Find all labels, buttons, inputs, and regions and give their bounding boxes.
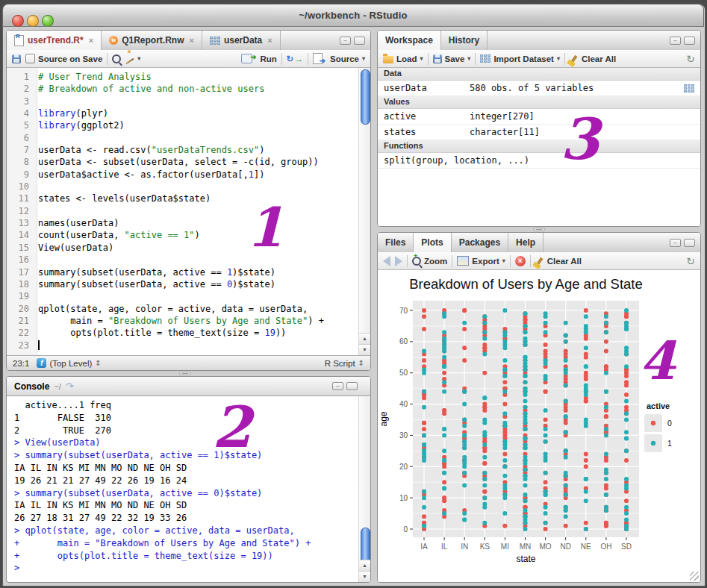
- code-line: 21 main = "Breakdown of Users by Age and…: [7, 315, 358, 327]
- image-icon: [457, 256, 469, 266]
- svg-text:1: 1: [667, 439, 672, 448]
- object-row-split[interactable]: split(group, location, ...): [378, 153, 700, 169]
- chevron-down-icon: ▾: [362, 55, 365, 62]
- find-replace-icon[interactable]: [112, 54, 121, 63]
- load-workspace-button[interactable]: Load ▾: [383, 54, 423, 63]
- export-plot-button[interactable]: Export ▾: [457, 256, 505, 266]
- code-line: 20qplot(state, age, color = active, data…: [7, 303, 358, 315]
- editor-scrollbar[interactable]: ▲ ▼: [358, 68, 370, 355]
- tab-plots[interactable]: Plots: [414, 233, 451, 252]
- chevron-down-icon: ▾: [137, 55, 140, 62]
- zoom-plot-button[interactable]: Zoom: [412, 257, 447, 266]
- view-data-grid-icon[interactable]: [684, 84, 694, 93]
- maximize-pane-icon[interactable]: [346, 382, 358, 390]
- window-titlebar[interactable]: ~/workbench - RStudio: [2, 4, 704, 27]
- tab-history[interactable]: History: [441, 31, 488, 50]
- save-workspace-button[interactable]: Save ▾: [433, 54, 471, 63]
- workspace-toolbar: Load ▾ Save ▾ Import Dataset ▾ Clear All…: [378, 50, 700, 68]
- maximize-pane-icon[interactable]: [684, 239, 695, 247]
- tab-userdata[interactable]: userData ×: [202, 31, 281, 50]
- close-tab-icon[interactable]: ×: [267, 36, 272, 45]
- source-editor-pane: userTrend.R* × w Q1Report.Rnw × userData…: [6, 30, 371, 371]
- svg-text:age: age: [379, 411, 389, 426]
- source-button[interactable]: Source ▾: [313, 53, 365, 64]
- tab-packages[interactable]: Packages: [452, 233, 508, 252]
- code-tools-button[interactable]: ▾: [125, 55, 140, 62]
- tab-workspace[interactable]: Workspace: [378, 31, 441, 50]
- maximize-pane-icon[interactable]: [684, 37, 695, 45]
- object-name: active: [378, 111, 470, 122]
- minimize-pane-icon[interactable]: –: [332, 382, 343, 390]
- svg-text:20: 20: [399, 463, 408, 471]
- scroll-down-icon[interactable]: ▼: [359, 571, 370, 582]
- goto-directory-icon[interactable]: ↷: [66, 381, 74, 392]
- tab-help[interactable]: Help: [508, 233, 544, 252]
- code-line: 3: [7, 96, 358, 107]
- previous-plot-icon[interactable]: [383, 256, 390, 266]
- source-label: Source: [330, 54, 359, 63]
- close-tab-icon[interactable]: ×: [89, 36, 93, 45]
- export-label: Export: [472, 257, 499, 266]
- resize-grip[interactable]: [690, 572, 699, 581]
- remove-plot-icon[interactable]: ×: [515, 256, 526, 266]
- save-icon: [433, 54, 442, 63]
- scroll-down-icon[interactable]: ▼: [359, 344, 370, 355]
- tab-label: Workspace: [385, 35, 433, 46]
- svg-text:30: 30: [399, 431, 408, 440]
- editor-status-bar: 23:1 f (Top Level) ⇕ R Script ⇕: [7, 355, 370, 370]
- minimize-pane-icon[interactable]: –: [670, 37, 681, 45]
- rerun-button[interactable]: ↻ →: [287, 54, 303, 64]
- object-name: states: [378, 127, 470, 137]
- save-icon[interactable]: [12, 54, 21, 63]
- console-scrollbar-thumb[interactable]: [361, 528, 370, 563]
- console-line: > summary(subset(userData, active == 0)$…: [14, 487, 358, 500]
- run-button[interactable]: Run: [241, 54, 276, 63]
- clear-all-plots-button[interactable]: Clear All: [535, 257, 582, 266]
- object-row-states[interactable]: states character[11]: [378, 125, 700, 140]
- svg-text:OH: OH: [600, 542, 611, 551]
- code-lines[interactable]: 1# User Trend Analysis2# Breakdown of ac…: [7, 71, 358, 351]
- editor-scrollbar-thumb[interactable]: [361, 69, 370, 125]
- console-line: 19 26 21 21 27 49 22 26 19 16 24: [14, 475, 358, 487]
- svg-text:KS: KS: [480, 542, 490, 551]
- minimize-pane-icon[interactable]: –: [670, 239, 681, 247]
- scroll-up-icon[interactable]: ▲: [359, 560, 370, 571]
- refresh-icon[interactable]: ↻: [686, 255, 695, 267]
- clear-all-button[interactable]: Clear All: [570, 54, 616, 63]
- object-name: split(group, location, ...): [378, 155, 529, 166]
- scroll-up-icon[interactable]: ▲: [359, 333, 370, 344]
- svg-text:state: state: [516, 554, 535, 564]
- splitter-right-column[interactable]: [533, 228, 545, 231]
- object-value: character[11]: [470, 127, 700, 137]
- doc-type-selector[interactable]: R Script ⇕: [325, 359, 364, 368]
- import-table-icon: [480, 54, 490, 63]
- code-line: 4library(plyr): [7, 107, 358, 119]
- tab-q1report[interactable]: w Q1Report.Rnw ×: [102, 31, 202, 50]
- import-dataset-button[interactable]: Import Dataset ▾: [480, 54, 560, 63]
- rerun-icon: ↻: [287, 54, 294, 64]
- source-on-save-label: Source on Save: [38, 54, 102, 63]
- code-editor[interactable]: 1# User Trend Analysis2# Breakdown of ac…: [7, 68, 370, 355]
- refresh-icon[interactable]: ↻: [686, 53, 695, 65]
- tab-userTrend[interactable]: userTrend.R* ×: [7, 31, 102, 50]
- splitter-left-column[interactable]: [179, 372, 191, 375]
- plots-toolbar: Zoom Export ▾ × Clear All ↻: [378, 252, 700, 270]
- console-scrollbar[interactable]: ▲ ▼: [358, 396, 370, 582]
- source-on-save-checkbox[interactable]: [25, 54, 35, 63]
- maximize-pane-icon[interactable]: [354, 37, 365, 45]
- next-plot-icon[interactable]: [395, 256, 402, 266]
- tab-files[interactable]: Files: [378, 233, 414, 252]
- broom-icon: [570, 54, 577, 62]
- console-output[interactable]: active....1 freq1 FALSE 3102 TRUE 270> V…: [7, 396, 358, 582]
- object-row-active[interactable]: active integer[270]: [378, 109, 700, 125]
- editor-tabstrip: userTrend.R* × w Q1Report.Rnw × userData…: [7, 31, 370, 51]
- scope-selector[interactable]: f (Top Level) ⇕: [37, 358, 101, 368]
- source-on-save-toggle[interactable]: Source on Save: [25, 54, 102, 63]
- minimize-pane-icon[interactable]: –: [340, 37, 351, 45]
- rerun-arrow-icon: →: [294, 54, 303, 63]
- svg-text:0: 0: [403, 525, 408, 534]
- close-tab-icon[interactable]: ×: [189, 36, 193, 45]
- object-row-userdata[interactable]: userData 580 obs. of 5 variables: [378, 81, 700, 96]
- console-working-dir: ~/: [54, 382, 60, 391]
- svg-text:IA: IA: [420, 542, 428, 551]
